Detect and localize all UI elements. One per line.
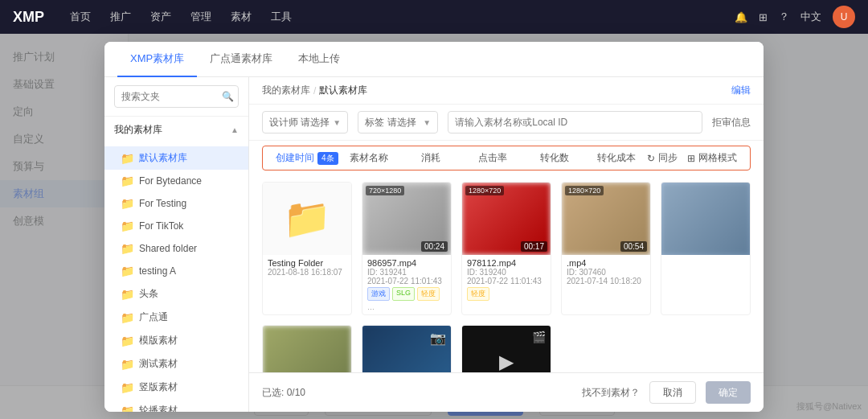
tab-xmp[interactable]: XMP素材库 xyxy=(117,42,197,77)
tab-local-upload[interactable]: 本地上传 xyxy=(285,42,353,77)
folder-label: 广点通 xyxy=(139,310,168,324)
folder-item-tiktok[interactable]: 📁 For TikTok xyxy=(104,215,248,237)
media-id: ID: 307460 xyxy=(567,268,645,277)
folder-search-input[interactable] xyxy=(114,85,239,108)
material-search-input[interactable] xyxy=(448,111,702,134)
grid-mode-button[interactable]: ⊞ 网格模式 xyxy=(687,151,737,165)
modal-overlay: XMP素材库 广点通素材库 本地上传 🔍 我的素材库 ▲ xyxy=(0,34,868,419)
folder-label: 轮播素材 xyxy=(139,404,178,412)
avatar[interactable]: U xyxy=(833,6,855,28)
folder-icon: 📁 xyxy=(121,220,134,232)
th-conv: 转化数 xyxy=(523,151,585,165)
bell-icon[interactable]: 🔔 xyxy=(735,11,747,23)
folder-item-ceshi[interactable]: 📁 测试素材 xyxy=(104,352,248,376)
media-item-978112[interactable]: 1280×720 00:17 978112.mp4 ID: 319240 202… xyxy=(461,182,551,315)
sync-button[interactable]: ↻ 同步 xyxy=(647,151,678,165)
duration-badge: 00:17 xyxy=(521,241,547,252)
select-arrow-icon: ▼ xyxy=(423,118,431,127)
modal-body: 🔍 我的素材库 ▲ 📁 默认素材库 📁 F xyxy=(104,77,764,412)
video-icon: 🎬 xyxy=(532,331,546,343)
lang-selector[interactable]: 中文 xyxy=(800,10,821,24)
audit-info-button[interactable]: 拒审信息 xyxy=(712,116,751,129)
media-item-row2-1[interactable] xyxy=(661,182,751,315)
media-thumbnail: 720×1280 00:24 xyxy=(362,183,451,255)
media-item-307460[interactable]: 1280×720 00:54 .mp4 ID: 307460 2021-07-1… xyxy=(561,182,651,315)
search-icon: 🔍 xyxy=(222,91,234,102)
folder-item-testinga[interactable]: 📁 testing A xyxy=(104,260,248,282)
media-item-986957[interactable]: 720×1280 00:24 986957.mp4 ID: 319241 202… xyxy=(362,182,452,315)
media-thumbnail: 📷 xyxy=(362,326,451,372)
breadcrumb-parent[interactable]: 我的素材库 xyxy=(262,84,310,97)
watermark: 搜狐号@Nativex xyxy=(796,401,862,413)
camera-icon: 📷 xyxy=(430,331,446,346)
folder-icon: 📁 xyxy=(121,311,134,324)
media-grid: 📁 Testing Folder 2021-08-18 16:18:07 xyxy=(262,182,751,372)
grid-icon: ⊞ xyxy=(687,153,695,164)
footer-actions: 找不到素材？ 取消 确定 xyxy=(582,381,751,404)
media-date: 2021-07-14 10:18:20 xyxy=(567,277,645,285)
tag-slg[interactable]: SLG xyxy=(392,287,415,301)
media-thumbnail: ▶ 🎬 xyxy=(462,326,551,372)
sync-icon: ↻ xyxy=(647,153,655,164)
folder-item-shuban[interactable]: 📁 竖版素材 xyxy=(104,376,248,399)
tag-youxi[interactable]: 游戏 xyxy=(367,287,390,301)
folder-item-guangdiantong[interactable]: 📁 广点通 xyxy=(104,306,248,329)
cancel-button[interactable]: 取消 xyxy=(649,381,696,404)
media-item-row2-3[interactable]: 📷 xyxy=(362,325,452,372)
collapse-arrow-icon[interactable]: ▲ xyxy=(231,125,239,134)
folder-icon: 📁 xyxy=(121,265,134,277)
tag-filter[interactable]: 标签 请选择 ▼ xyxy=(358,111,438,134)
modal-footer: 已选: 0/10 找不到素材？ 取消 确定 xyxy=(249,372,764,412)
tag-qingdu[interactable]: 轻度 xyxy=(417,287,440,301)
folder-icon: 📁 xyxy=(121,405,134,413)
media-name: .mp4 xyxy=(567,258,645,268)
media-item-row2-4[interactable]: ▶ 🎬 xyxy=(461,325,551,372)
media-tags: 轻度 xyxy=(467,287,546,301)
tab-guangdiantong[interactable]: 广点通素材库 xyxy=(197,42,285,77)
tag-qingdu[interactable]: 轻度 xyxy=(467,287,489,301)
folder-item-toutiao[interactable]: 📁 头条 xyxy=(104,282,248,306)
folder-icon: 📁 xyxy=(121,335,134,347)
folder-item-template[interactable]: 📁 模版素材 xyxy=(104,329,248,352)
nav-assets[interactable]: 资产 xyxy=(150,10,171,24)
help-icon[interactable]: ？ xyxy=(779,10,789,24)
nav-manage[interactable]: 管理 xyxy=(190,10,211,24)
media-item-row2-2[interactable] xyxy=(262,325,352,372)
folder-item-bytedance[interactable]: 📁 For Bytedance xyxy=(104,170,248,192)
media-info: 986957.mp4 ID: 319241 2021-07-22 11:01:4… xyxy=(362,255,451,314)
not-found-link[interactable]: 找不到素材？ xyxy=(582,386,640,400)
nav-tools[interactable]: 工具 xyxy=(271,10,292,24)
folder-item-testing[interactable]: 📁 For Testing xyxy=(104,192,248,215)
grid-icon[interactable]: ⊞ xyxy=(759,11,768,23)
duration-badge: 00:24 xyxy=(421,241,448,252)
media-thumbnail xyxy=(263,326,351,372)
media-thumbnail: 📁 xyxy=(263,183,351,255)
duration-badge: 00:54 xyxy=(620,241,647,252)
media-id: ID: 319240 xyxy=(467,268,546,277)
nav-promote[interactable]: 推广 xyxy=(110,10,131,24)
th-cost: 转化成本 xyxy=(585,151,647,165)
folder-icon: 📁 xyxy=(121,175,134,187)
folder-item-shared[interactable]: 📁 Shared folder xyxy=(104,237,248,260)
breadcrumb-edit-button[interactable]: 编辑 xyxy=(731,84,751,97)
th-date[interactable]: 创建时间 4条 xyxy=(276,151,338,165)
media-item-folder[interactable]: 📁 Testing Folder 2021-08-18 16:18:07 xyxy=(262,182,352,315)
nav-material[interactable]: 素材 xyxy=(231,10,252,24)
designer-filter[interactable]: 设计师 请选择 ▼ xyxy=(262,111,348,134)
media-tags: 游戏 SLG 轻度 … xyxy=(367,287,446,311)
folder-label: Shared folder xyxy=(139,243,197,254)
folder-item-default[interactable]: 📁 默认素材库 xyxy=(104,146,248,170)
th-actions: ↻ 同步 ⊞ 网格模式 xyxy=(647,151,737,165)
folder-item-lunbo[interactable]: 📁 轮播素材 xyxy=(104,399,248,412)
media-grid-container: 📁 Testing Folder 2021-08-18 16:18:07 xyxy=(249,175,764,372)
folder-icon: 📁 xyxy=(121,152,134,165)
media-name: 986957.mp4 xyxy=(367,258,446,268)
confirm-button[interactable]: 确定 xyxy=(706,381,751,404)
media-date: 2021-07-22 11:01:43 xyxy=(367,277,446,285)
media-thumbnail xyxy=(661,183,750,255)
top-nav: XMP 首页 推广 资产 管理 素材 工具 🔔 ⊞ ？ 中文 U xyxy=(0,0,868,34)
breadcrumb-current: 默认素材库 xyxy=(319,84,367,97)
resolution-badge: 720×1280 xyxy=(366,186,404,195)
nav-home[interactable]: 首页 xyxy=(70,10,91,24)
folder-label: 竖版素材 xyxy=(139,380,178,394)
